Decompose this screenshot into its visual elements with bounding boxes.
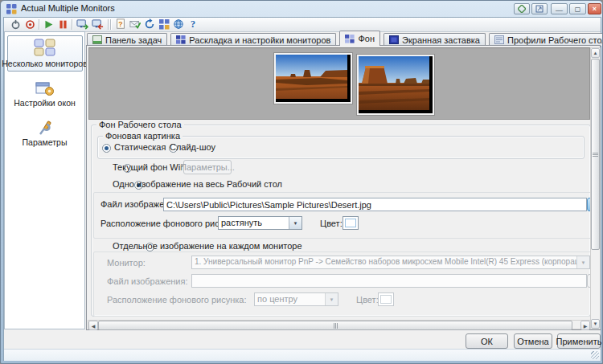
monitor-thumbnail-2[interactable] [357, 55, 434, 115]
title-bar[interactable]: Actual Multiple Monitors — ▢ × [1, 1, 603, 17]
color-swatch [380, 295, 392, 304]
toolbar-separator [39, 19, 39, 30]
expand-to-monitor-button[interactable] [531, 3, 548, 14]
tab-layout[interactable]: Раскладка и настройки мониторов [170, 33, 336, 46]
monitor-thumbnail-1[interactable] [274, 53, 352, 104]
app-logo-icon [6, 4, 17, 14]
background-tab-panel: Фон Рабочего стола Фоновая картинка Стат… [86, 45, 601, 330]
website-icon[interactable] [172, 18, 185, 31]
window-settings-icon [35, 81, 55, 96]
monitor-dropdown-value: 1. Универсальный монитор PnP -> Семейств… [192, 256, 576, 268]
sidebar-item-label: Параметры [23, 137, 68, 147]
tab-desktop-profiles[interactable]: Профили Рабочего стола [489, 33, 603, 46]
vertical-scrollbar[interactable]: ▲ ▼ [590, 47, 601, 329]
move-to-monitor-button[interactable] [514, 3, 530, 14]
file-label: Файл изображения: [107, 276, 188, 286]
monitor-attach-icon[interactable] [76, 18, 88, 31]
per-monitor-radio-label: Отдельное изображение на каждом мониторе [113, 241, 302, 251]
ok-button[interactable]: ОК [466, 333, 508, 349]
svg-text:?: ? [191, 18, 195, 30]
arrow-down-icon: ▼ [593, 321, 598, 326]
horizontal-scroll-thumb[interactable] [98, 321, 572, 330]
scroll-grip [593, 153, 598, 157]
tab-label: Раскладка и настройки мониторов [189, 35, 330, 45]
image-file-input[interactable] [163, 198, 587, 211]
position-dropdown[interactable]: растянуть ▼ [218, 216, 302, 230]
parameters-button[interactable]: Параметры... [183, 160, 232, 174]
power-icon[interactable] [9, 18, 22, 31]
per-monitor-file-input[interactable] [191, 274, 587, 288]
app-window: Actual Multiple Monitors — ▢ × [0, 0, 603, 364]
app-body: ? ? [3, 17, 601, 361]
play-icon[interactable] [42, 18, 55, 31]
cancel-button-label: Отмена [517, 337, 548, 346]
tab-screensaver[interactable]: Экранная заставка [384, 33, 486, 46]
close-button[interactable]: × [588, 3, 601, 14]
minimize-button[interactable]: — [551, 3, 568, 14]
chevron-down-icon: ▼ [289, 217, 302, 229]
pause-icon[interactable] [56, 18, 69, 31]
status-bar [4, 349, 601, 361]
window-title: Actual Multiple Monitors [21, 3, 115, 13]
slideshow-radio-label: Слайд-шоу [170, 142, 215, 152]
screensaver-icon [389, 35, 399, 44]
chevron-down-icon: ▼ [576, 256, 589, 268]
scroll-left-button[interactable]: ◀ [88, 321, 98, 330]
monitor-dropdown[interactable]: 1. Универсальный монитор PnP -> Семейств… [191, 256, 590, 269]
arrow-left-icon: ◀ [92, 323, 96, 329]
monitors-logo-icon[interactable] [158, 18, 170, 31]
toolbar-separator [110, 19, 111, 30]
tab-bar: Панель задач Раскладка и настройки монит… [87, 31, 600, 46]
single-image-radio-label: Одно изображение на весь Рабочий стол [113, 179, 282, 189]
sidebar-item-window-settings[interactable]: Настройки окон [7, 78, 83, 111]
tab-background[interactable]: Фон [339, 31, 380, 46]
static-radio-label: Статическая [114, 142, 166, 152]
stop-icon[interactable] [23, 18, 36, 31]
help-icon[interactable]: ? [187, 18, 199, 31]
group-title: Фоновая картинка [103, 131, 183, 141]
toolbar-separator [72, 19, 72, 30]
per-monitor-color-swatch-button[interactable] [378, 292, 394, 306]
cancel-button[interactable]: Отмена [514, 333, 552, 349]
maximize-button[interactable]: ▢ [569, 3, 586, 14]
taskbar-icon [92, 35, 102, 44]
sidebar-item-multiple-monitors[interactable]: Несколько мониторов [7, 35, 83, 72]
color-label: Цвет: [356, 295, 379, 305]
color-label: Цвет: [320, 219, 343, 228]
position-dropdown-value: растянуть [219, 217, 289, 229]
monitor-preview-area[interactable] [88, 47, 590, 120]
scroll-down-button[interactable]: ▼ [591, 319, 600, 329]
maximize-icon: ▢ [575, 6, 581, 13]
sidebar-item-label: Несколько мониторов [2, 59, 88, 68]
color-swatch-button[interactable] [343, 216, 359, 230]
sidebar-item-options[interactable]: Параметры [7, 117, 83, 150]
background-icon [345, 35, 355, 43]
tab-label: Панель задач [105, 35, 162, 45]
refresh-icon[interactable] [143, 18, 156, 31]
options-icon [37, 121, 53, 136]
help-topics-icon[interactable]: ? [114, 18, 127, 31]
resize-grip[interactable] [591, 351, 599, 359]
toolbar-separator [108, 19, 109, 30]
scroll-grip [334, 323, 338, 329]
apply-button-label: Применить [556, 337, 602, 346]
static-radio[interactable] [102, 144, 111, 153]
apply-button[interactable]: Применить [557, 333, 601, 349]
tab-label: Экранная заставка [402, 35, 480, 45]
close-icon: × [593, 5, 597, 13]
per-monitor-position-dropdown[interactable]: по центру ▼ [254, 292, 338, 306]
scroll-up-button[interactable]: ▲ [591, 48, 600, 58]
vertical-scroll-thumb[interactable] [591, 59, 600, 250]
horizontal-scrollbar[interactable]: ◀ ▶ [88, 320, 591, 329]
position-dropdown-value: по центру [255, 293, 325, 305]
tab-taskbar[interactable]: Панель задач [87, 33, 167, 46]
tab-label: Профили Рабочего стола [507, 35, 603, 45]
scroll-right-button[interactable]: ▶ [580, 321, 590, 330]
color-swatch [345, 219, 356, 227]
arrow-up-icon: ▲ [593, 51, 598, 55]
feedback-icon[interactable] [129, 18, 142, 31]
chevron-down-icon: ▼ [325, 293, 338, 305]
ok-button-label: ОК [481, 337, 493, 346]
monitor-detach-icon[interactable] [91, 18, 104, 31]
move-to-monitor-icon [518, 5, 526, 13]
